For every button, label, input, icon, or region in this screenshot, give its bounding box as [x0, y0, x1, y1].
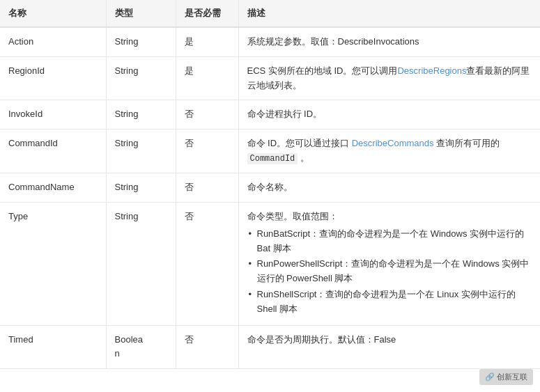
- desc-code: CommandId: [247, 153, 298, 164]
- header-required: 是否必需: [176, 0, 238, 27]
- cell-name: Timed: [0, 325, 106, 369]
- header-name: 名称: [0, 0, 106, 27]
- list-item: RunBatScript：查询的命令进程为是一个在 Windows 实例中运行的…: [247, 227, 532, 256]
- cell-required: 否: [176, 325, 238, 369]
- cell-required: 否: [176, 130, 238, 173]
- desc-text: 命令名称。: [247, 182, 293, 192]
- cell-type: Boolean: [106, 325, 176, 369]
- cell-description: 命令 ID。您可以通过接口 DescribeCommands 查询所有可用的 C…: [238, 130, 540, 173]
- cell-description: 系统规定参数。取值：DescribeInvocations: [238, 27, 540, 56]
- desc-link[interactable]: DescribeCommands: [352, 138, 434, 148]
- desc-text: 查询所有可用的: [434, 138, 500, 148]
- desc-link[interactable]: DescribeRegions: [397, 65, 466, 76]
- table-row: InvokeIdString否命令进程执行 ID。: [0, 100, 540, 130]
- desc-text: 命令是否为周期执行。默认值：False: [247, 334, 396, 345]
- cell-type: String: [106, 130, 176, 173]
- table-row: TypeString否命令类型。取值范围：RunBatScript：查询的命令进…: [0, 202, 540, 325]
- header-desc: 描述: [238, 0, 540, 27]
- cell-description: 命令类型。取值范围：RunBatScript：查询的命令进程为是一个在 Wind…: [238, 202, 540, 325]
- cell-name: Type: [0, 202, 106, 325]
- table-header-row: 名称 类型 是否必需 描述: [0, 0, 540, 27]
- desc-text: 命令 ID。您可以通过接口: [247, 138, 352, 148]
- cell-name: RegionId: [0, 56, 106, 100]
- list-item: RunShellScript：查询的命令进程为是一个在 Linux 实例中运行的…: [247, 288, 532, 317]
- cell-required: 否: [176, 202, 238, 325]
- header-type: 类型: [106, 0, 176, 27]
- cell-type: String: [106, 173, 176, 203]
- cell-name: CommandName: [0, 173, 106, 203]
- api-params-table: 名称 类型 是否必需 描述 ActionString是系统规定参数。取值：Des…: [0, 0, 540, 369]
- list-item: RunPowerShellScript：查询的命令进程为是一个在 Windows…: [247, 257, 532, 286]
- cell-name: Action: [0, 27, 106, 56]
- cell-required: 否: [176, 173, 238, 203]
- cell-required: 是: [176, 56, 238, 100]
- cell-required: 是: [176, 27, 238, 56]
- cell-required: 否: [176, 100, 238, 130]
- desc-text: 命令进程执行 ID。: [247, 109, 323, 119]
- cell-type: String: [106, 27, 176, 56]
- cell-type: String: [106, 100, 176, 130]
- cell-description: ECS 实例所在的地域 ID。您可以调用DescribeRegions查看最新的…: [238, 56, 540, 100]
- table-row: RegionIdString是ECS 实例所在的地域 ID。您可以调用Descr…: [0, 56, 540, 100]
- table-row: CommandIdString否命令 ID。您可以通过接口 DescribeCo…: [0, 130, 540, 173]
- desc-text: 。: [298, 152, 309, 163]
- cell-description: 命令是否为周期执行。默认值：False: [238, 325, 540, 369]
- table-row: TimedBoolean否命令是否为周期执行。默认值：False: [0, 325, 540, 369]
- cell-name: InvokeId: [0, 100, 106, 130]
- cell-description: 命令进程执行 ID。: [238, 100, 540, 130]
- cell-type: String: [106, 202, 176, 325]
- desc-text: 系统规定参数。取值：DescribeInvocations: [247, 36, 419, 47]
- desc-text: ECS 实例所在的地域 ID。您可以调用: [247, 65, 398, 76]
- table-row: ActionString是系统规定参数。取值：DescribeInvocatio…: [0, 27, 540, 56]
- cell-type: String: [106, 56, 176, 100]
- cell-description: 命令名称。: [238, 173, 540, 203]
- cell-name: CommandId: [0, 130, 106, 173]
- table-row: CommandNameString否命令名称。: [0, 173, 540, 203]
